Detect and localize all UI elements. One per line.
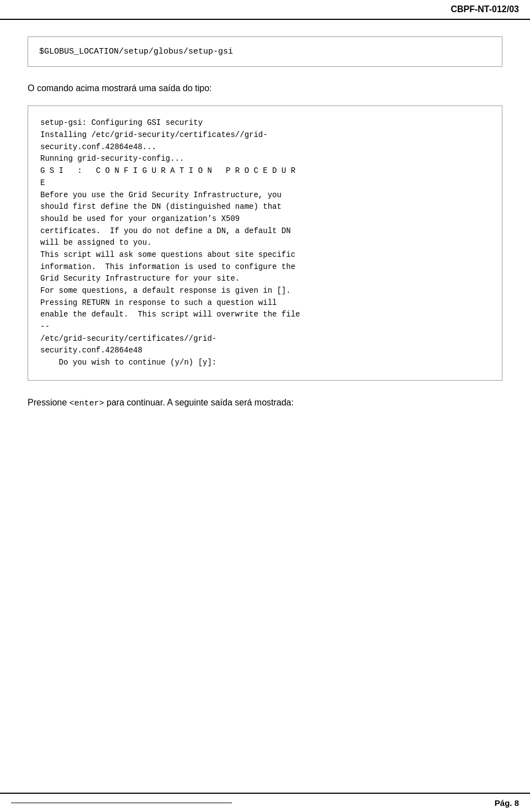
doc-id: CBPF-NT-012/03 xyxy=(451,4,519,14)
terminal-line: will be assigned to you. xyxy=(40,237,490,249)
terminal-line: security.conf.42864e48... xyxy=(40,141,490,154)
terminal-line: /etc/grid-security/certificates//grid- xyxy=(40,333,490,345)
terminal-line: Pressing RETURN in response to such a qu… xyxy=(40,297,490,309)
terminal-line: E xyxy=(40,177,490,189)
enter-code: <enter> xyxy=(70,399,104,408)
terminal-line: Do you wish to continue (y/n) [y]: xyxy=(40,357,490,369)
terminal-line: should first define the DN (distinguishe… xyxy=(40,201,490,213)
terminal-line: G S I : C O N F I G U R A T I O N P R O … xyxy=(40,165,490,177)
terminal-line: should be used for your organization's X… xyxy=(40,213,490,225)
footer: Pág. 8 xyxy=(0,793,530,812)
terminal-line: Before you use the Grid Security Infrast… xyxy=(40,189,490,202)
main-content: $GLOBUS_LOCATION/setup/globus/setup-gsi … xyxy=(0,20,530,426)
page-number: Pág. 8 xyxy=(495,798,519,808)
terminal-line: Grid Security Infrastructure for your si… xyxy=(40,273,490,285)
intro-paragraph: O comando acima mostrará uma saída do ti… xyxy=(28,82,502,94)
terminal-line: setup-gsi: Configuring GSI security xyxy=(40,117,490,129)
terminal-line: -- xyxy=(40,321,490,333)
terminal-line: This script will ask some questions abou… xyxy=(40,249,490,261)
terminal-line: Running grid-security-config... xyxy=(40,153,490,165)
top-code-text: $GLOBUS_LOCATION/setup/globus/setup-gsi xyxy=(39,47,233,56)
bottom-text-before: Pressione xyxy=(28,398,70,407)
terminal-line: Installing /etc/grid-security/certificat… xyxy=(40,129,490,141)
terminal-line: For some questions, a default response i… xyxy=(40,285,490,297)
header-bar: CBPF-NT-012/03 xyxy=(0,0,530,20)
terminal-line: certificates. If you do not define a DN,… xyxy=(40,225,490,238)
terminal-line: enable the default. This script will ove… xyxy=(40,309,490,321)
terminal-line: security.conf.42864e48 xyxy=(40,345,490,357)
terminal-line: information. This information is used to… xyxy=(40,261,490,273)
top-code-box: $GLOBUS_LOCATION/setup/globus/setup-gsi xyxy=(28,36,502,67)
footer-line xyxy=(11,803,232,803)
terminal-box: setup-gsi: Configuring GSI securityInsta… xyxy=(28,106,502,380)
bottom-text-after: para continuar. A seguinte saída será mo… xyxy=(104,398,294,407)
bottom-paragraph: Pressione <enter> para continuar. A segu… xyxy=(28,396,502,410)
